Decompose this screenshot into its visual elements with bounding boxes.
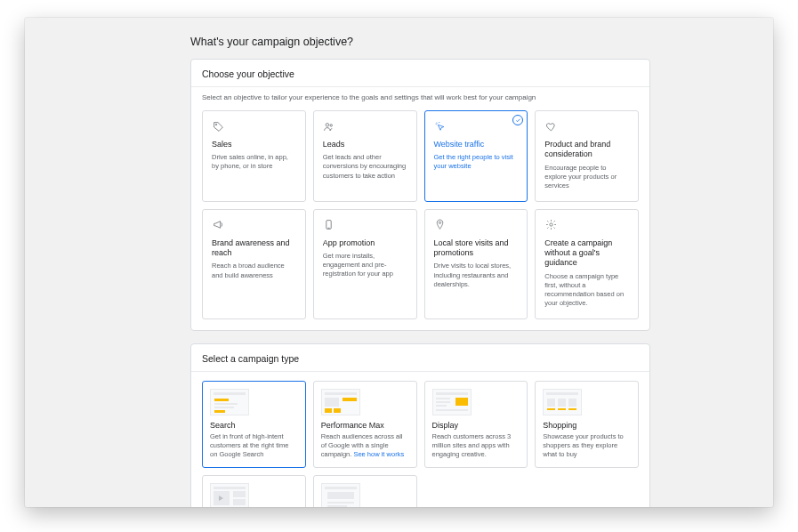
objective-panel: Choose your objective Select an objectiv… <box>190 59 650 331</box>
card-desc: Drive visits to local stores, including … <box>434 262 519 288</box>
objective-card-awareness[interactable]: Brand awareness and reach Reach a broad … <box>202 209 306 319</box>
card-title: App promotion <box>323 238 407 248</box>
page-title: What's your campaign objective? <box>190 36 650 48</box>
type-card-search[interactable]: Search Get in front of high-intent custo… <box>202 381 306 468</box>
type-desc: Get in front of high-intent customers at… <box>210 432 298 458</box>
thumb-display <box>432 389 472 415</box>
type-card-shopping[interactable]: Shopping Showcase your products to shopp… <box>535 381 639 468</box>
card-title: Brand awareness and reach <box>212 238 296 259</box>
objective-card-sales[interactable]: Sales Drive sales online, in app, by pho… <box>202 110 306 202</box>
type-card-video[interactable]: Video Reach viewers on YouTube and get c… <box>202 475 306 507</box>
megaphone-icon <box>212 219 224 231</box>
svg-point-5 <box>439 222 440 224</box>
type-desc: Reach customers across 3 million sites a… <box>432 432 520 458</box>
card-title: Create a campaign without a goal's guida… <box>544 238 629 269</box>
objective-card-no-goal[interactable]: Create a campaign without a goal's guida… <box>535 209 639 319</box>
objective-card-local[interactable]: Local store visits and promotions Drive … <box>424 209 528 319</box>
type-title: Search <box>210 421 298 430</box>
check-icon <box>512 115 523 125</box>
see-how-link[interactable]: See how it works <box>353 450 404 458</box>
objective-card-app-promotion[interactable]: App promotion Get more installs, engagem… <box>313 209 417 319</box>
card-desc: Drive sales online, in app, by phone, or… <box>212 153 296 171</box>
svg-point-0 <box>215 124 216 125</box>
card-desc: Get the right people to visit your websi… <box>434 153 519 171</box>
campaign-type-grid: Search Get in front of high-intent custo… <box>191 372 649 507</box>
card-title: Leads <box>323 140 407 149</box>
type-title: Shopping <box>543 421 631 430</box>
card-desc: Get leads and other conversions by encou… <box>323 153 407 180</box>
type-card-display[interactable]: Display Reach customers across 3 million… <box>424 381 528 468</box>
outer-frame: What's your campaign objective? Choose y… <box>0 0 798 532</box>
card-title: Product and brand consideration <box>544 140 629 160</box>
type-title: Performance Max <box>321 421 409 430</box>
gear-icon <box>544 219 557 231</box>
phone-icon <box>323 219 335 231</box>
app-canvas: What's your campaign objective? Choose y… <box>25 18 773 507</box>
thumb-video <box>210 483 249 507</box>
thumb-discovery <box>321 483 360 507</box>
objective-card-leads[interactable]: Leads Get leads and other conversions by… <box>313 110 417 202</box>
svg-point-1 <box>326 123 328 125</box>
type-desc: Reach audiences across all of Google wit… <box>321 432 409 458</box>
card-desc: Encourage people to explore your product… <box>544 164 629 190</box>
card-desc: Get more installs, engagement and pre-re… <box>323 252 407 278</box>
users-icon <box>323 120 335 133</box>
thumb-pmax <box>321 389 360 415</box>
objective-header: Choose your objective <box>191 60 649 87</box>
objective-card-brand-consideration[interactable]: Product and brand consideration Encourag… <box>535 110 639 202</box>
type-title: Display <box>432 421 520 430</box>
click-icon <box>434 120 447 133</box>
svg-point-2 <box>330 124 332 125</box>
svg-point-6 <box>550 223 552 226</box>
objective-grid: Sales Drive sales online, in app, by pho… <box>191 101 649 330</box>
campaign-type-panel: Select a campaign type Search Get in fro… <box>190 343 650 507</box>
type-desc: Showcase your products to shoppers as th… <box>543 432 631 458</box>
card-title: Sales <box>212 140 296 149</box>
thumb-shopping <box>543 389 582 415</box>
card-desc: Reach a broad audience and build awarene… <box>212 262 296 279</box>
objective-subtext: Select an objective to tailor your exper… <box>191 87 649 101</box>
card-desc: Choose a campaign type first, without a … <box>544 272 629 309</box>
main-content: What's your campaign objective? Choose y… <box>190 36 650 507</box>
pin-icon <box>434 219 447 231</box>
card-title: Local store visits and promotions <box>434 238 519 259</box>
type-card-performance-max[interactable]: Performance Max Reach audiences across a… <box>313 381 417 468</box>
card-title: Website traffic <box>434 140 519 149</box>
heart-icon <box>544 120 557 133</box>
type-card-discovery[interactable]: Discovery Run ads on YouTube, Gmail, Dis… <box>313 475 417 507</box>
tag-icon <box>212 120 224 133</box>
thumb-search <box>210 389 249 415</box>
objective-card-website-traffic[interactable]: Website traffic Get the right people to … <box>424 110 528 202</box>
campaign-type-header: Select a campaign type <box>191 344 649 372</box>
